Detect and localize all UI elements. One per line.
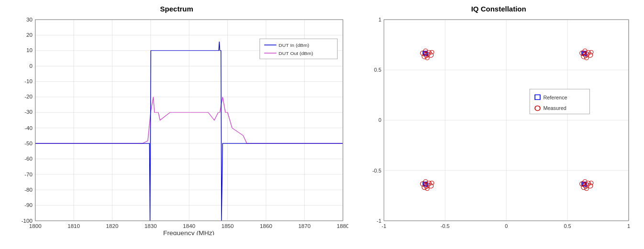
spectrum-svg: 30 20 10 0 -10 -20 -30 -40 -50 -60 -70 -… [5,15,348,235]
svg-text:-50: -50 [24,141,33,146]
iq-title: IQ Constellation [358,5,639,13]
spectrum-title: Spectrum [5,5,348,13]
svg-text:30: 30 [26,17,33,22]
svg-text:-20: -20 [24,94,33,99]
svg-text:Frequency (MHz): Frequency (MHz) [163,230,214,235]
svg-text:DUT Out (dBm): DUT Out (dBm) [278,51,313,56]
svg-text:-10: -10 [24,79,33,84]
svg-text:-0.5: -0.5 [373,168,382,173]
svg-text:-100: -100 [22,218,33,224]
svg-text:-40: -40 [24,125,33,130]
svg-text:1810: 1810 [67,224,80,229]
svg-text:-1: -1 [377,218,382,224]
svg-text:-1: -1 [382,224,387,229]
svg-text:0: 0 [378,118,381,123]
svg-text:0.5: 0.5 [564,224,571,229]
svg-text:-70: -70 [24,172,33,177]
iq-panel: IQ Constellation [353,0,644,249]
svg-text:-0.5: -0.5 [441,224,450,229]
svg-text:1880: 1880 [337,224,348,229]
iq-svg: 1 0.5 0 -0.5 -1 -1 -0.5 0 0.5 1 [358,15,639,235]
svg-text:1840: 1840 [183,224,195,229]
svg-text:1: 1 [378,17,381,22]
svg-text:0: 0 [29,64,32,69]
svg-text:DUT In (dBm): DUT In (dBm) [278,43,309,48]
svg-text:1830: 1830 [144,224,157,229]
svg-text:0.5: 0.5 [374,68,381,73]
svg-text:0: 0 [505,224,508,229]
svg-text:20: 20 [26,32,33,38]
svg-text:10: 10 [26,48,33,53]
svg-text:-30: -30 [24,109,33,115]
main-container: Spectrum [0,0,644,249]
svg-text:-60: -60 [24,156,33,161]
svg-text:1870: 1870 [298,224,311,229]
svg-text:Measured: Measured [544,106,567,111]
spectrum-chart-area: 30 20 10 0 -10 -20 -30 -40 -50 -60 -70 -… [5,15,348,235]
svg-text:1820: 1820 [106,224,119,229]
svg-text:Reference: Reference [544,96,567,101]
svg-text:-80: -80 [24,187,33,193]
iq-chart-area: 1 0.5 0 -0.5 -1 -1 -0.5 0 0.5 1 [358,15,639,235]
spectrum-panel: Spectrum [0,0,353,249]
svg-text:1860: 1860 [260,224,272,229]
svg-text:1: 1 [627,224,630,229]
svg-text:1800: 1800 [29,224,42,229]
svg-text:1850: 1850 [222,224,234,229]
svg-text:-90: -90 [24,203,33,208]
